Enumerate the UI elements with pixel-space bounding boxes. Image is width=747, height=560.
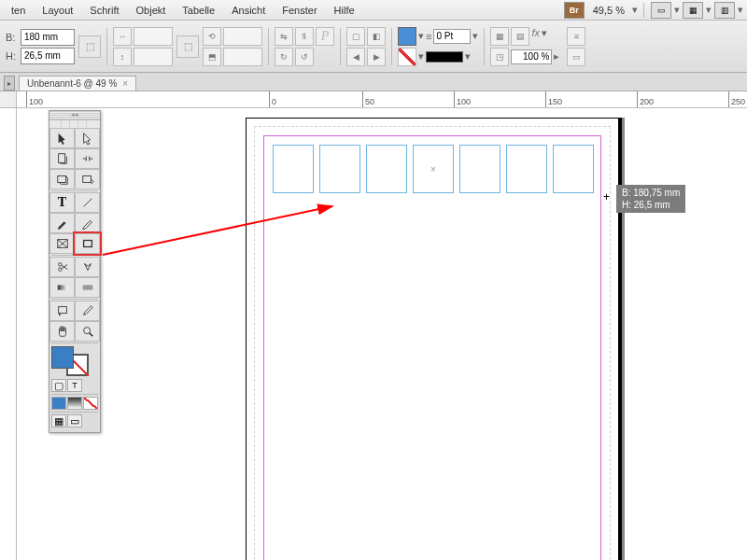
scale-x-icon[interactable]: ↔ [113, 27, 132, 46]
link-wh-icon[interactable]: ⬚ [78, 35, 101, 58]
menu-hilfe[interactable]: Hilfe [327, 3, 362, 18]
page-tool[interactable] [49, 148, 75, 169]
next-obj-icon[interactable]: ▶ [367, 48, 386, 66]
workspace-button[interactable]: ▥ [714, 2, 735, 19]
menu-ansicht[interactable]: Ansicht [224, 3, 273, 18]
gradient-feather-tool[interactable] [75, 277, 100, 298]
extra-icon-2[interactable]: ▭ [567, 48, 585, 66]
gradient-swatch-tool[interactable] [49, 277, 75, 298]
rectangle-frame[interactable] [413, 145, 454, 193]
eyedropper-tool[interactable] [75, 301, 100, 321]
corner-icon[interactable]: ◳ [490, 48, 509, 66]
apply-none-icon[interactable] [83, 397, 98, 410]
select-container-icon[interactable]: ▢ [346, 27, 365, 46]
rotate-cw-icon[interactable]: ↻ [275, 48, 293, 66]
shear-input[interactable] [223, 48, 262, 66]
rectangle-frame[interactable] [366, 145, 407, 193]
flip-h-icon[interactable]: ⇋ [275, 27, 293, 46]
scale-y-input[interactable] [134, 48, 173, 66]
menu-tabelle[interactable]: Tabelle [175, 3, 222, 18]
rectangle-frame[interactable] [553, 145, 594, 193]
zoom-tool[interactable] [75, 321, 100, 342]
menu-ten[interactable]: ten [4, 3, 33, 18]
menu-schrift[interactable]: Schrift [82, 3, 126, 18]
screen-mode-button[interactable]: ▭ [651, 2, 671, 19]
rectangle-frame[interactable] [319, 145, 360, 193]
opacity-input[interactable] [511, 49, 552, 64]
bridge-button[interactable]: Br [564, 2, 585, 19]
vertical-ruler[interactable] [0, 108, 17, 560]
ruler-tick: 50 [362, 91, 374, 108]
paragraph-icon[interactable]: P [316, 27, 334, 46]
apply-gradient-icon[interactable] [67, 397, 82, 410]
scissors-tool[interactable] [49, 257, 75, 277]
direct-selection-tool[interactable] [75, 128, 100, 148]
hand-tool[interactable] [49, 321, 75, 342]
scale-y-icon[interactable]: ↕ [113, 48, 132, 66]
view-mode-normal-icon[interactable]: ▦ [51, 414, 66, 427]
horizontal-ruler[interactable]: 100 0 50 100 150 200 250 [17, 91, 747, 108]
width-input[interactable] [21, 29, 75, 46]
close-tab-icon[interactable]: × [122, 78, 128, 89]
rotate-input[interactable] [223, 27, 262, 46]
content-collector-tool[interactable] [49, 169, 75, 189]
menu-fenster[interactable]: Fenster [275, 3, 324, 18]
select-content-icon[interactable]: ◧ [367, 27, 386, 46]
link-scale-icon[interactable]: ⬚ [176, 35, 199, 58]
stroke-style[interactable] [426, 51, 463, 63]
tools-panel[interactable]: ◂◂ ⋮⋮⋮⋮ T [49, 110, 101, 433]
fill-stroke-swatches[interactable] [49, 344, 100, 378]
rotate-ccw-icon[interactable]: ↺ [295, 48, 314, 66]
scale-x-input[interactable] [134, 27, 173, 46]
document-tab-bar: ▸ Unbenannt-6 @ 49 % × [0, 73, 747, 91]
menu-layout[interactable]: Layout [35, 3, 80, 18]
zoom-level[interactable]: 49,5 % [587, 5, 630, 16]
svg-rect-2 [57, 176, 65, 183]
rotate-icon[interactable]: ⟲ [203, 27, 221, 46]
gap-tool[interactable] [75, 148, 100, 169]
free-transform-tool[interactable] [75, 257, 100, 277]
rectangle-frame[interactable] [506, 145, 547, 193]
fill-color-swatch[interactable] [51, 346, 74, 369]
panel-drag-dots[interactable]: ⋮⋮⋮⋮ [49, 120, 100, 128]
flip-v-icon[interactable]: ⥮ [295, 27, 314, 46]
fx-label[interactable]: fx [531, 27, 540, 46]
document-tab-title: Unbenannt-6 @ 49 % [27, 78, 117, 89]
wrap-icon[interactable]: ▤ [511, 27, 529, 46]
page[interactable] [246, 118, 619, 560]
prev-obj-icon[interactable]: ◀ [346, 48, 365, 66]
type-tool[interactable]: T [49, 192, 75, 213]
view-mode-preview-icon[interactable]: ▭ [67, 414, 82, 427]
svg-rect-11 [57, 285, 67, 289]
formatting-text-icon[interactable]: T [67, 379, 82, 392]
apply-color-icon[interactable] [51, 397, 66, 410]
pencil-tool[interactable] [75, 213, 100, 233]
line-tool[interactable] [75, 192, 100, 213]
svg-point-10 [58, 263, 62, 267]
rectangle-tool[interactable] [75, 233, 100, 254]
ruler-tick: 0 [269, 91, 276, 108]
rectangle-frame-tool[interactable] [49, 233, 75, 254]
shear-icon[interactable]: ⬒ [203, 48, 221, 66]
expand-panels-button[interactable]: ▸ [4, 76, 15, 91]
extra-icon-1[interactable]: ≡ [567, 27, 585, 46]
ruler-origin[interactable] [0, 91, 17, 108]
stroke-weight-input[interactable] [433, 29, 471, 44]
content-placer-tool[interactable] [75, 169, 100, 189]
panel-grip[interactable]: ◂◂ [49, 111, 100, 120]
stroke-swatch[interactable] [398, 48, 416, 66]
selection-tool[interactable] [49, 128, 75, 148]
pen-tool[interactable] [49, 213, 75, 233]
svg-rect-12 [82, 285, 92, 289]
effects-icon[interactable]: ▦ [490, 27, 509, 46]
height-input[interactable] [21, 48, 75, 64]
formatting-container-icon[interactable]: ▢ [51, 379, 66, 392]
canvas-area[interactable]: + B: 180,75 mm H: 26,5 mm [17, 108, 747, 560]
arrange-button[interactable]: ▦ [683, 2, 703, 19]
document-tab[interactable]: Unbenannt-6 @ 49 % × [19, 76, 136, 91]
note-tool[interactable] [49, 301, 75, 321]
menu-objekt[interactable]: Objekt [129, 3, 174, 18]
fill-swatch[interactable] [398, 27, 416, 46]
rectangle-frame[interactable] [273, 145, 314, 193]
rectangle-frame[interactable] [459, 145, 500, 193]
